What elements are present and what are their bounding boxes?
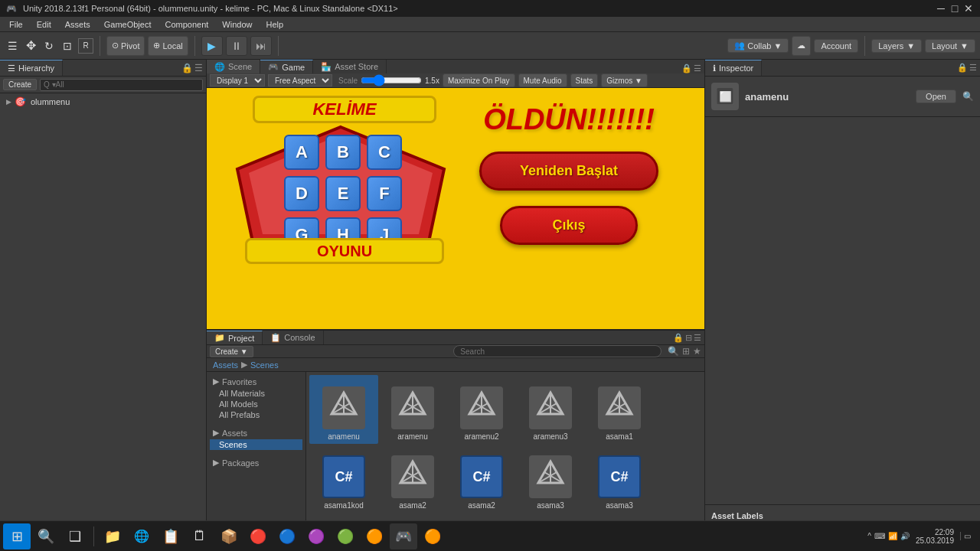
volume-icon[interactable]: 🔊 [900,532,910,540]
breadcrumb-assets[interactable]: Assets [213,360,238,370]
start-button[interactable]: ⊞ [3,523,31,549]
inspector-lock-icon[interactable]: 🔒 [957,63,968,73]
tab-scene[interactable]: 🌐 Scene [207,60,260,73]
cloud-button[interactable]: ☁ [792,36,811,56]
keyboard-icon[interactable]: ⌨ [874,532,885,540]
project-collapse-icon[interactable]: ⊟ [685,333,692,343]
tab-asset-store[interactable]: 🏪 Asset Store [313,60,387,73]
letter-E[interactable]: E [325,176,361,211]
scale-slider[interactable] [361,76,422,85]
collab-button[interactable]: 👥 Collab ▼ [727,38,789,53]
play-button[interactable]: ▶ [201,36,223,56]
open-button[interactable]: Open [916,90,956,103]
asset-asama1[interactable]: asama1 [585,375,654,444]
project-star-icon[interactable]: ★ [693,346,701,357]
letter-D[interactable]: D [284,176,319,211]
layers-button[interactable]: Layers ▼ [871,39,922,53]
rotate-tool[interactable]: ↻ [41,38,57,54]
hierarchy-lock-icon[interactable]: 🔒 [181,63,193,73]
all-prefabs-item[interactable]: All Prefabs [210,409,302,420]
menu-file[interactable]: File [3,18,29,31]
project-menu-icon[interactable]: ☰ [694,333,701,343]
inspector-search-icon[interactable]: 🔍 [962,91,974,102]
unity-taskbar-button[interactable]: 🎮 [390,523,417,549]
all-materials-item[interactable]: All Materials [210,388,302,399]
game-lock-icon[interactable]: 🔒 [681,64,692,73]
tab-console[interactable]: 📋 Console [263,331,323,344]
taskbar-app-4[interactable]: 🗒 [186,523,214,549]
exit-button[interactable]: Çıkış [500,206,638,245]
taskbar-app-5[interactable]: 📦 [215,523,243,549]
hand-tool[interactable]: ☰ [5,38,20,54]
inspector-menu-icon[interactable]: ☰ [969,63,977,73]
move-tool[interactable]: ✥ [23,38,38,54]
asset-asama2-cs[interactable]: C# asama2 [447,444,516,513]
menu-assets[interactable]: Assets [59,18,96,31]
menu-component[interactable]: Component [158,18,214,31]
taskbar-app-9[interactable]: 🟢 [332,523,359,549]
asset-aramenu3[interactable]: aramenu3 [516,375,585,444]
menu-edit[interactable]: Edit [31,18,57,31]
project-lock-icon[interactable]: 🔒 [673,333,684,343]
layout-button[interactable]: Layout ▼ [925,39,975,53]
close-button[interactable]: ✕ [963,3,974,14]
taskbar-app-8[interactable]: 🟣 [302,523,330,549]
restart-button[interactable]: Yeniden Başlat [479,152,658,191]
task-view-button[interactable]: ❑ [61,523,89,549]
display-select[interactable]: Display 1 [210,74,265,86]
pivot-button[interactable]: ⊙ Pivot [106,36,145,56]
asset-asama1kod[interactable]: C# asama1kod [309,444,378,513]
menu-help[interactable]: Help [260,18,289,31]
asset-asama3-unity[interactable]: asama3 [516,444,585,513]
menu-window[interactable]: Window [216,18,258,31]
packages-title[interactable]: ▶ Packages [210,456,302,469]
hierarchy-item-olummenu[interactable]: ▶ 🎯 olummenu [0,95,206,109]
project-search-input[interactable] [453,345,662,357]
all-models-item[interactable]: All Models [210,399,302,409]
project-filter-icon[interactable]: ⊞ [682,346,690,357]
tab-hierarchy[interactable]: ☰ Hierarchy [0,60,63,76]
letter-C[interactable]: C [367,135,402,170]
favorites-title[interactable]: ▶ Favorites [210,375,302,388]
minimize-button[interactable]: ─ [936,3,946,14]
step-button[interactable]: ⏭ [250,36,272,56]
asset-anamenu[interactable]: anamenu [309,375,378,444]
rect-tool[interactable]: R [78,38,93,54]
breadcrumb-scenes[interactable]: Scenes [250,360,279,370]
maximize-button[interactable]: □ [949,3,960,14]
asset-aramenu2[interactable]: aramenu2 [447,375,516,444]
asset-asama3-cs[interactable]: C# asama3 [585,444,654,513]
hierarchy-menu-icon[interactable]: ☰ [194,63,203,73]
maximize-on-play-button[interactable]: Maximize On Play [443,73,515,87]
search-button[interactable]: 🔍 [32,523,60,549]
hierarchy-search-input[interactable] [40,79,203,91]
tab-inspector[interactable]: ℹ Inspector [705,60,762,76]
asset-aramenu[interactable]: aramenu [378,375,447,444]
tab-game[interactable]: 🎮 Game [260,60,313,73]
pause-button[interactable]: ⏸ [226,36,247,56]
file-explorer-button[interactable]: 📁 [99,523,126,549]
show-desktop-icon[interactable]: ▭ [960,532,971,540]
aspect-select[interactable]: Free Aspect [268,74,332,86]
scenes-item[interactable]: Scenes [210,439,302,450]
hierarchy-create-button[interactable]: Create [3,79,37,90]
edge-button[interactable]: 🌐 [128,523,155,549]
account-button[interactable]: Account [814,39,858,53]
taskbar-app-7[interactable]: 🔵 [273,523,301,549]
asset-asama2-unity[interactable]: asama2 [378,444,447,513]
local-button[interactable]: ⊕ Local [148,36,188,56]
gizmos-button[interactable]: Gizmos ▼ [601,73,648,87]
letter-F[interactable]: F [367,176,402,211]
letter-A[interactable]: A [284,135,319,170]
tab-project[interactable]: 📁 Project [207,331,263,344]
taskbar-app-10[interactable]: 🟠 [361,523,388,549]
menu-gameobject[interactable]: GameObject [98,18,158,31]
taskbar-app-12[interactable]: 🟠 [419,523,446,549]
game-menu-icon[interactable]: ☰ [694,64,701,73]
project-create-button[interactable]: Create ▼ [210,346,253,357]
taskbar-app-6[interactable]: 🔴 [244,523,272,549]
taskbar-app-3[interactable]: 📋 [157,523,185,549]
search-icon[interactable]: 🔍 [668,346,679,357]
letter-B[interactable]: B [325,135,361,170]
network-icon[interactable]: 📶 [888,532,897,540]
